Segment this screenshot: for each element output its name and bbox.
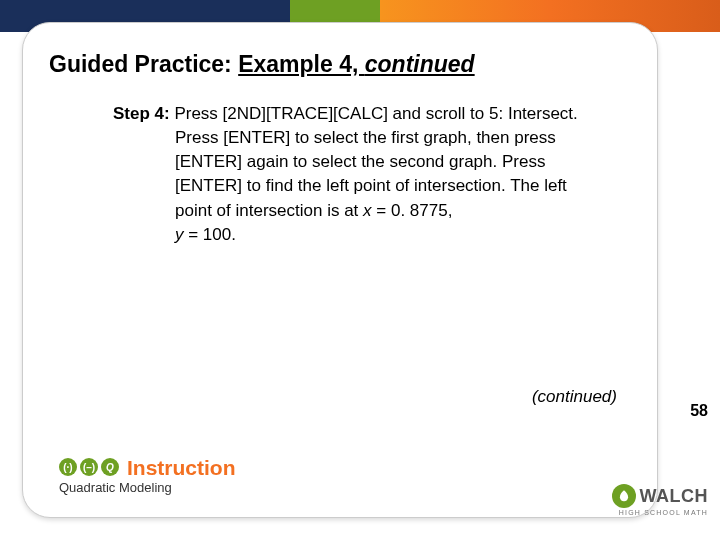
instruction-label: Instruction (127, 457, 236, 478)
variable-x: x (363, 201, 372, 220)
walch-leaf-icon (612, 484, 636, 508)
body-text: Step 4: Press [2ND][TRACE][CALC] and scr… (49, 102, 631, 247)
continued-indicator: (continued) (532, 387, 617, 407)
badge-2: (–) (80, 458, 98, 476)
slide-title: Guided Practice: Example 4, continued (49, 51, 631, 78)
variable-y: y (175, 225, 184, 244)
equals-y: = 100. (184, 225, 236, 244)
badge-1: (·) (59, 458, 77, 476)
lesson-subtitle: Quadratic Modeling (59, 480, 236, 495)
title-prefix: Guided Practice: (49, 51, 238, 77)
title-continued: continued (365, 51, 475, 77)
badge-row: (·) (–) Q (59, 458, 119, 476)
step-label: Step 4: (113, 104, 170, 123)
walch-logo: WALCH HIGH SCHOOL MATH (612, 484, 709, 516)
page-number: 58 (690, 402, 708, 420)
equals-x: = 0. 8775, (372, 201, 453, 220)
slide-card: Guided Practice: Example 4, continued St… (22, 22, 658, 518)
instruction-block: (·) (–) Q Instruction Quadratic Modeling (59, 457, 236, 495)
title-example: Example 4, (238, 51, 365, 77)
walch-name: WALCH (640, 486, 709, 507)
walch-subtitle: HIGH SCHOOL MATH (612, 509, 709, 516)
badge-3: Q (101, 458, 119, 476)
